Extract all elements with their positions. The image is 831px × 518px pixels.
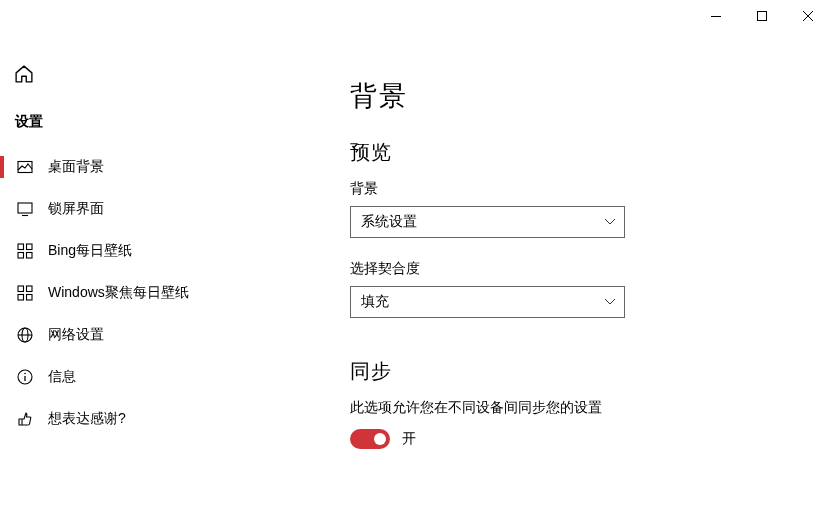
toggle-knob <box>374 433 386 445</box>
svg-rect-1 <box>758 12 767 21</box>
sidebar-item-windows-spotlight[interactable]: Windows聚焦每日壁纸 <box>0 272 310 314</box>
fit-select[interactable]: 填充 <box>350 286 625 318</box>
home-icon[interactable] <box>15 65 35 85</box>
sync-description: 此选项允许您在不同设备间同步您的设置 <box>350 399 811 417</box>
grid-icon <box>15 241 35 261</box>
sidebar-item-bing-daily[interactable]: Bing每日壁纸 <box>0 230 310 272</box>
sidebar-item-label: Windows聚焦每日壁纸 <box>48 284 189 302</box>
background-select-value: 系统设置 <box>361 213 417 231</box>
picture-icon <box>15 157 35 177</box>
svg-rect-4 <box>18 244 24 250</box>
sidebar-item-label: 信息 <box>48 368 76 386</box>
svg-rect-10 <box>18 295 24 301</box>
sidebar: 设置 桌面背景 锁屏界面 Bing每日壁纸 Windows聚焦每日壁纸 网络设置 <box>0 45 310 518</box>
sidebar-item-desktop-background[interactable]: 桌面背景 <box>0 146 310 188</box>
minimize-button[interactable] <box>693 0 739 32</box>
svg-rect-11 <box>27 295 33 301</box>
preview-header: 预览 <box>350 139 811 166</box>
sidebar-title: 设置 <box>0 105 310 146</box>
grid-icon <box>15 283 35 303</box>
sync-toggle[interactable] <box>350 429 390 449</box>
svg-rect-8 <box>18 286 24 292</box>
sidebar-item-network[interactable]: 网络设置 <box>0 314 310 356</box>
sidebar-item-label: 想表达感谢? <box>48 410 126 428</box>
sidebar-item-thanks[interactable]: 想表达感谢? <box>0 398 310 440</box>
close-button[interactable] <box>785 0 831 32</box>
svg-point-15 <box>24 373 26 375</box>
svg-rect-3 <box>18 203 32 213</box>
svg-rect-6 <box>18 253 24 259</box>
fit-field-label: 选择契合度 <box>350 260 811 278</box>
sidebar-item-label: 锁屏界面 <box>48 200 104 218</box>
chevron-down-icon <box>604 218 616 226</box>
svg-rect-0 <box>711 16 721 17</box>
chevron-down-icon <box>604 298 616 306</box>
sidebar-item-label: Bing每日壁纸 <box>48 242 132 260</box>
maximize-button[interactable] <box>739 0 785 32</box>
sidebar-item-label: 网络设置 <box>48 326 104 344</box>
svg-rect-9 <box>27 286 33 292</box>
page-title: 背景 <box>350 78 811 114</box>
sidebar-item-info[interactable]: 信息 <box>0 356 310 398</box>
svg-rect-7 <box>27 253 33 259</box>
sidebar-item-lock-screen[interactable]: 锁屏界面 <box>0 188 310 230</box>
svg-rect-5 <box>27 244 33 250</box>
globe-icon <box>15 325 35 345</box>
background-field-label: 背景 <box>350 180 811 198</box>
info-icon <box>15 367 35 387</box>
background-select[interactable]: 系统设置 <box>350 206 625 238</box>
sidebar-item-label: 桌面背景 <box>48 158 104 176</box>
fit-select-value: 填充 <box>361 293 389 311</box>
monitor-icon <box>15 199 35 219</box>
thumbs-up-icon <box>15 409 35 429</box>
window-titlebar <box>693 0 831 32</box>
content-area: 背景 预览 背景 系统设置 选择契合度 填充 同步 此选项允许您在不同设备间同步… <box>350 78 811 518</box>
sync-header: 同步 <box>350 358 811 385</box>
sync-toggle-label: 开 <box>402 430 416 448</box>
